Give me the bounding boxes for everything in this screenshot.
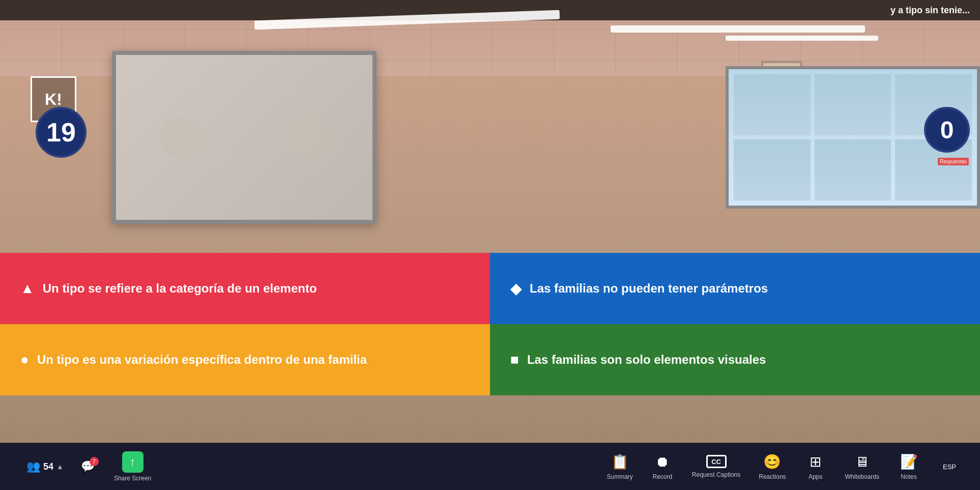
- participants-button[interactable]: 👥 54 ▲: [20, 456, 70, 477]
- participants-count: 54: [43, 462, 53, 472]
- answers-container: ▲ Un tipo se refiere a la categoría de u…: [0, 253, 980, 395]
- answer-icon-c: ●: [20, 352, 29, 368]
- screen-circle-1: [160, 117, 200, 158]
- record-icon: ⏺: [655, 453, 670, 470]
- record-button[interactable]: ⏺ Record: [642, 449, 683, 484]
- answer-icon-a: ▲: [20, 280, 35, 297]
- screen-area: [112, 51, 377, 224]
- answer-text-c: Un tipo es una variación específica dent…: [37, 352, 367, 367]
- answer-option-b[interactable]: ◆ Las familias no pueden tener parámetro…: [490, 253, 980, 324]
- captions-icon: CC: [706, 455, 727, 468]
- captions-label: Request Captions: [692, 471, 740, 478]
- chat-button[interactable]: 💬 7: [75, 456, 101, 477]
- taskbar: 👥 54 ▲ 💬 7 ↑ Share Screen 📋 Summary ⏺ Re…: [0, 443, 980, 490]
- answer-text-b: Las familias no pueden tener parámetros: [530, 280, 768, 296]
- summary-label: Summary: [607, 473, 633, 480]
- share-screen-button[interactable]: ↑ Share Screen: [106, 447, 159, 486]
- answer-icon-b: ◆: [510, 280, 522, 297]
- participants-arrow-icon: ▲: [56, 463, 64, 471]
- whiteboards-icon: 🖥: [855, 453, 869, 470]
- answer-icon-d: ■: [510, 352, 519, 368]
- answer-text-a: Un tipo se refiere a la categoría de un …: [43, 280, 317, 296]
- record-label: Record: [653, 473, 673, 480]
- reactions-button[interactable]: 😊 Reactions: [750, 449, 795, 484]
- language-label: ESP: [939, 461, 960, 473]
- share-screen-label: Share Screen: [114, 475, 151, 482]
- apps-icon: ⊞: [810, 453, 821, 470]
- reactions-icon: 😊: [763, 453, 781, 470]
- notes-label: Notes: [901, 473, 916, 480]
- score-badge-left: 19: [36, 107, 87, 158]
- language-button[interactable]: ESP: [929, 457, 970, 477]
- chat-badge: 7: [90, 457, 99, 466]
- notes-icon: 📝: [900, 453, 918, 470]
- taskbar-left: 👥 54 ▲ 💬 7 ↑ Share Screen: [10, 447, 159, 486]
- summary-button[interactable]: 📋 Summary: [598, 449, 642, 484]
- screen-frame: [112, 51, 377, 224]
- whiteboards-label: Whiteboards: [845, 473, 879, 480]
- reactions-label: Reactions: [759, 473, 786, 480]
- answer-text-d: Las familias son solo elementos visuales: [527, 352, 766, 367]
- score-badge-right: 0: [924, 107, 970, 153]
- notes-button[interactable]: 📝 Notes: [888, 449, 929, 484]
- window-pane-5: [815, 139, 891, 200]
- answer-option-a[interactable]: ▲ Un tipo se refiere a la categoría de u…: [0, 253, 490, 324]
- window-pane-1: [734, 74, 811, 135]
- summary-icon: 📋: [611, 453, 629, 470]
- apps-label: Apps: [809, 473, 822, 480]
- apps-button[interactable]: ⊞ Apps: [795, 449, 836, 484]
- screen-inner: [116, 55, 372, 220]
- ceiling-light-2: [611, 25, 865, 33]
- share-screen-icon: ↑: [122, 451, 143, 473]
- whiteboards-button[interactable]: 🖥 Whiteboards: [836, 449, 888, 484]
- respuestas-label: Respuestas: [938, 158, 969, 165]
- ceiling-light-3: [726, 36, 878, 41]
- participants-icon: 👥: [26, 460, 40, 473]
- screen-circle-2: [288, 117, 329, 158]
- window-pane-2: [815, 74, 891, 135]
- answer-option-d[interactable]: ■ Las familias son solo elementos visual…: [490, 324, 980, 395]
- captions-button[interactable]: CC Request Captions: [683, 451, 750, 482]
- answer-option-c[interactable]: ● Un tipo es una variación específica de…: [0, 324, 490, 395]
- main-content: y a tipo sin tenie...: [0, 0, 980, 443]
- window-pane-4: [734, 139, 811, 200]
